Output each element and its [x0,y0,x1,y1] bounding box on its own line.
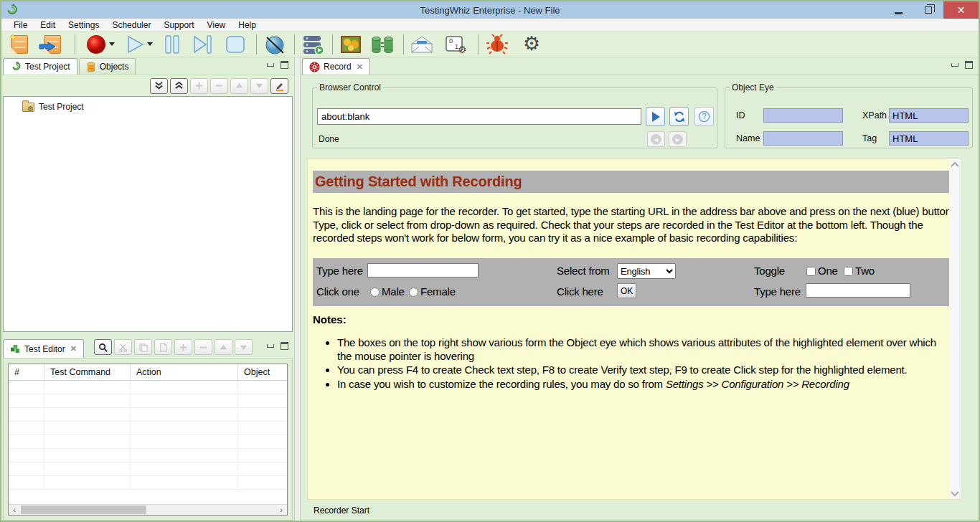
add-button[interactable] [190,78,208,94]
panel-maximize-icon[interactable] [281,61,288,69]
table-row[interactable] [9,381,287,394]
scroll-up-icon[interactable] [951,161,959,167]
test-editor-panel: Test Editor ✕ [1,336,294,522]
menu-file[interactable]: File [7,19,34,32]
table-row[interactable] [9,422,287,435]
project-tabstrip: Test Project Objects [1,57,294,75]
scroll-right-icon[interactable]: › [275,506,287,514]
scroll-left-icon[interactable]: ‹ [9,506,20,514]
panel-maximize-icon[interactable] [965,61,973,69]
record-button[interactable] [85,33,115,56]
step-down-button[interactable] [235,339,253,355]
restore-button[interactable] [913,1,943,19]
forward-button[interactable]: ▸ [669,131,687,147]
menu-scheduler[interactable]: Scheduler [105,19,157,32]
checkbox-one[interactable] [806,267,816,276]
remove-button[interactable] [210,78,228,94]
column-number[interactable]: # [9,364,44,380]
id-field[interactable] [763,108,843,123]
menu-support[interactable]: Support [157,19,200,32]
tab-test-editor[interactable]: Test Editor ✕ [3,339,84,358]
radio-male-input[interactable] [370,288,380,297]
tab-objects[interactable]: Objects [79,58,136,75]
url-input[interactable] [317,108,641,125]
recorder-status: Recorder Start [314,506,369,516]
tab-record[interactable]: Record ✕ [302,58,370,75]
refresh-button[interactable] [669,107,689,126]
move-up-button[interactable] [230,78,248,94]
back-button[interactable]: ◂ [647,131,665,147]
horizontal-scrollbar[interactable]: ‹ › [9,504,287,515]
scroll-down-icon[interactable] [951,491,959,497]
tab-test-project[interactable]: Test Project [3,58,77,75]
close-button[interactable]: ✕ [943,1,979,19]
panel-minimize-icon[interactable] [267,63,274,67]
menu-view[interactable]: View [200,19,232,32]
panel-minimize-icon[interactable] [267,344,274,348]
language-select[interactable]: English [617,263,676,279]
table-row[interactable] [9,462,287,476]
menu-edit[interactable]: Edit [34,19,62,32]
panel-maximize-icon[interactable] [281,342,288,350]
play-dropdown-icon[interactable] [147,42,153,46]
stop-button[interactable] [223,33,248,56]
new-file-button[interactable]: ✦ [7,33,32,56]
menu-help[interactable]: Help [232,19,263,32]
settings-button[interactable]: ⚙ [519,33,544,56]
edit-button[interactable] [270,78,288,94]
table-row[interactable] [9,449,287,462]
email-button[interactable] [410,33,434,56]
panel-minimize-icon[interactable] [951,63,958,67]
demo-text-input-1[interactable] [367,263,479,277]
paste-button[interactable] [154,339,172,355]
highlight-off-button[interactable] [263,33,287,56]
demo-text-input-2[interactable] [806,283,910,298]
xpath-field[interactable] [889,108,969,123]
tag-field[interactable] [889,131,969,146]
column-test-command[interactable]: Test Command [44,364,131,380]
collapse-all-button[interactable] [150,78,168,94]
pause-button[interactable] [160,33,184,56]
name-field[interactable] [763,131,843,146]
radio-female-input[interactable] [409,288,418,297]
remove-icon [215,81,224,90]
go-button[interactable] [646,107,665,126]
help-button[interactable]: ? [694,107,714,126]
cut-button[interactable] [114,339,132,355]
name-label: Name [736,133,763,143]
data-compare-button[interactable] [370,33,395,56]
ok-button[interactable]: OK [617,283,636,298]
menu-settings[interactable]: Settings [62,19,105,32]
table-row[interactable] [9,394,287,408]
image-capture-button[interactable] [339,33,363,56]
tab-close-icon[interactable]: ✕ [70,344,77,353]
vertical-scrollbar[interactable] [949,159,961,499]
tab-close-icon[interactable]: ✕ [357,62,363,72]
debug-button[interactable] [485,33,509,56]
tree-item-test-project[interactable]: ⚙ Test Project [22,102,292,112]
data-generator-button[interactable]: 0 1 ⚙ [444,33,468,56]
step-up-button[interactable] [215,339,232,355]
move-down-button[interactable] [250,78,268,94]
step-over-button[interactable] [190,33,215,56]
expand-all-button[interactable] [170,78,188,94]
search-button[interactable] [94,339,112,355]
remove-step-button[interactable] [194,339,212,355]
record-dropdown-icon[interactable] [109,42,115,46]
column-object[interactable]: Object [238,364,287,380]
vertical-sash[interactable] [294,57,301,522]
table-row[interactable] [9,435,287,449]
add-step-button[interactable] [174,339,192,355]
scrollbar-thumb[interactable] [21,506,146,514]
open-file-button[interactable] [40,33,65,56]
minimize-button[interactable] [883,1,913,19]
copy-button[interactable] [134,339,152,355]
checkbox-two[interactable] [844,267,853,276]
type-here-label-2: Type here [754,285,801,298]
play-button[interactable] [125,33,153,56]
column-action[interactable]: Action [131,364,238,380]
execution-server-button[interactable] [301,33,325,56]
tab-test-project-label: Test Project [25,62,70,72]
table-row[interactable] [9,408,287,422]
table-row[interactable] [9,476,287,490]
